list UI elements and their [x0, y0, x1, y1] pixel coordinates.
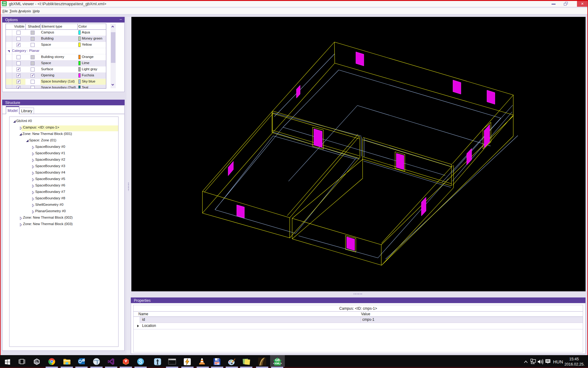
svg-text:_: _ [169, 361, 170, 363]
svg-text:HUN: HUN [553, 359, 563, 364]
svg-text:<XML>: <XML> [273, 362, 282, 365]
svg-text:15:45: 15:45 [569, 357, 579, 361]
svg-text:2016.02.25.: 2016.02.25. [564, 362, 585, 366]
svg-text:GB: GB [275, 358, 280, 362]
svg-text:C:\_: C:\_ [169, 359, 172, 360]
